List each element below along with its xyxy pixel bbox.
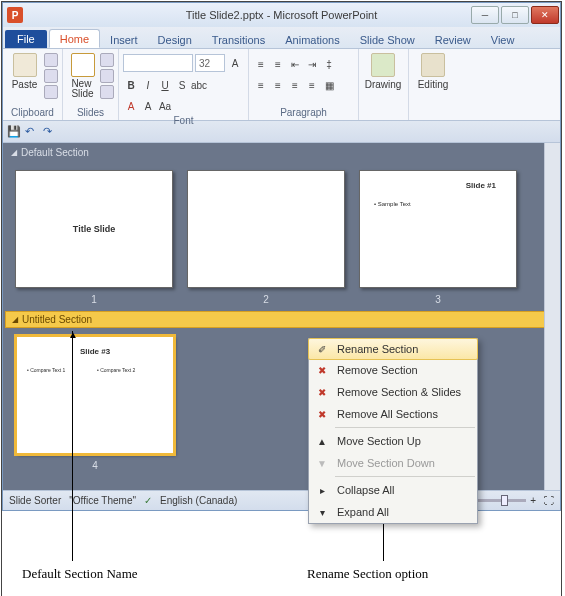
window-title: Title Slide2.pptx - Microsoft PowerPoint [186,9,378,21]
spellcheck-icon[interactable]: ✓ [144,495,152,506]
shapes-icon [371,53,395,77]
rename-icon: ✐ [314,341,330,357]
slide-thumbnail-4[interactable]: Slide #3 • Compare Text 1 • Compare Text… [16,336,174,454]
bullets-button[interactable]: ≡ [253,56,269,72]
menu-remove-section-slides[interactable]: ✖ Remove Section & Slides [309,381,477,403]
group-slides-label: Slides [67,106,114,120]
reset-icon[interactable] [100,69,114,83]
tab-view[interactable]: View [481,31,525,48]
menu-label: Remove Section & Slides [337,386,461,398]
ribbon: Paste Clipboard New Slide [3,49,560,121]
slide-thumbnail-1[interactable]: Title Slide [15,170,173,288]
menu-rename-section[interactable]: ✐ Rename Section [308,338,478,360]
font-color-button[interactable]: A [123,98,139,114]
section-header-untitled[interactable]: ◢ Untitled Section [5,311,558,328]
collapse-icon: ◢ [12,315,18,324]
zoom-in-button[interactable]: + [530,495,536,506]
numbering-button[interactable]: ≡ [270,56,286,72]
slide-number: 2 [263,294,269,305]
tab-slideshow[interactable]: Slide Show [350,31,425,48]
change-case-button[interactable]: Aa [157,98,173,114]
slide-title: Slide #1 [466,181,496,190]
drawing-button[interactable]: Drawing [363,51,403,90]
new-slide-button[interactable]: New Slide [67,51,98,99]
menu-label: Remove All Sections [337,408,438,420]
drawing-label: Drawing [365,79,402,90]
remove-icon: ✖ [314,362,330,378]
shadow-button[interactable]: abc [191,77,207,93]
new-slide-label: New Slide [71,79,93,99]
menu-expand-all[interactable]: ▾ Expand All [309,501,477,523]
menu-collapse-all[interactable]: ▸ Collapse All [309,479,477,501]
tab-review[interactable]: Review [425,31,481,48]
strike-button[interactable]: S [174,77,190,93]
slide-thumbnail-3[interactable]: Slide #1 • Sample Text [359,170,517,288]
remove-slides-icon: ✖ [314,384,330,400]
section-name: Untitled Section [22,314,92,325]
group-clipboard-label: Clipboard [7,106,58,120]
slide-body-left: • Compare Text 1 [27,367,65,373]
editing-button[interactable]: Editing [413,51,453,90]
tab-animations[interactable]: Animations [275,31,349,48]
font-name-combo[interactable] [123,54,193,72]
collapse-icon: ▸ [314,482,330,498]
align-left-button[interactable]: ≡ [253,77,269,93]
find-icon [421,53,445,77]
tab-design[interactable]: Design [148,31,202,48]
tab-transitions[interactable]: Transitions [202,31,275,48]
slide-number: 4 [92,460,98,471]
cut-icon[interactable] [44,53,58,67]
section-context-menu: ✐ Rename Section ✖ Remove Section ✖ Remo… [308,338,478,524]
grow-font-icon[interactable]: A [227,55,243,71]
maximize-button[interactable]: □ [501,6,529,24]
slide-thumbnail-2[interactable] [187,170,345,288]
align-center-button[interactable]: ≡ [270,77,286,93]
save-icon[interactable]: 💾 [7,125,21,139]
slide-body-right: • Compare Text 2 [97,367,135,373]
section-icon[interactable] [100,85,114,99]
quick-access-toolbar: 💾 ↶ ↷ [3,121,560,143]
columns-button[interactable]: ▦ [321,77,337,93]
align-right-button[interactable]: ≡ [287,77,303,93]
slide-number: 1 [91,294,97,305]
editing-label: Editing [418,79,449,90]
paste-button[interactable]: Paste [7,51,42,90]
undo-icon[interactable]: ↶ [25,125,39,139]
menu-move-section-up[interactable]: ▲ Move Section Up [309,430,477,452]
section-name: Default Section [21,147,89,158]
title-bar: P Title Slide2.pptx - Microsoft PowerPoi… [3,3,560,27]
close-button[interactable]: ✕ [531,6,559,24]
underline-button[interactable]: U [157,77,173,93]
menu-label: Rename Section [337,343,418,355]
indent-dec-button[interactable]: ⇤ [287,56,303,72]
copy-icon[interactable] [44,69,58,83]
menu-separator [335,427,475,428]
status-language[interactable]: English (Canada) [160,495,237,506]
format-painter-icon[interactable] [44,85,58,99]
section-header-default[interactable]: ◢ Default Section [5,145,558,160]
fit-to-window-button[interactable]: ⛶ [544,495,554,506]
group-font-label: Font [123,114,244,128]
status-view: Slide Sorter [9,495,61,506]
indent-inc-button[interactable]: ⇥ [304,56,320,72]
tab-file[interactable]: File [5,30,47,48]
tab-home[interactable]: Home [49,29,100,48]
ribbon-tabs: File Home Insert Design Transitions Anim… [3,27,560,49]
justify-button[interactable]: ≡ [304,77,320,93]
menu-remove-section[interactable]: ✖ Remove Section [309,359,477,381]
redo-icon[interactable]: ↷ [43,125,57,139]
clipboard-icon [13,53,37,77]
font-size-combo[interactable]: 32 [195,54,225,72]
menu-remove-all-sections[interactable]: ✖ Remove All Sections [309,403,477,425]
layout-icon[interactable] [100,53,114,67]
tab-insert[interactable]: Insert [100,31,148,48]
italic-button[interactable]: I [140,77,156,93]
menu-label: Move Section Up [337,435,421,447]
minimize-button[interactable]: ─ [471,6,499,24]
new-slide-icon [71,53,95,77]
line-spacing-button[interactable]: ‡ [321,56,337,72]
menu-label: Expand All [337,506,389,518]
bold-button[interactable]: B [123,77,139,93]
menu-label: Collapse All [337,484,394,496]
highlight-button[interactable]: A [140,98,156,114]
